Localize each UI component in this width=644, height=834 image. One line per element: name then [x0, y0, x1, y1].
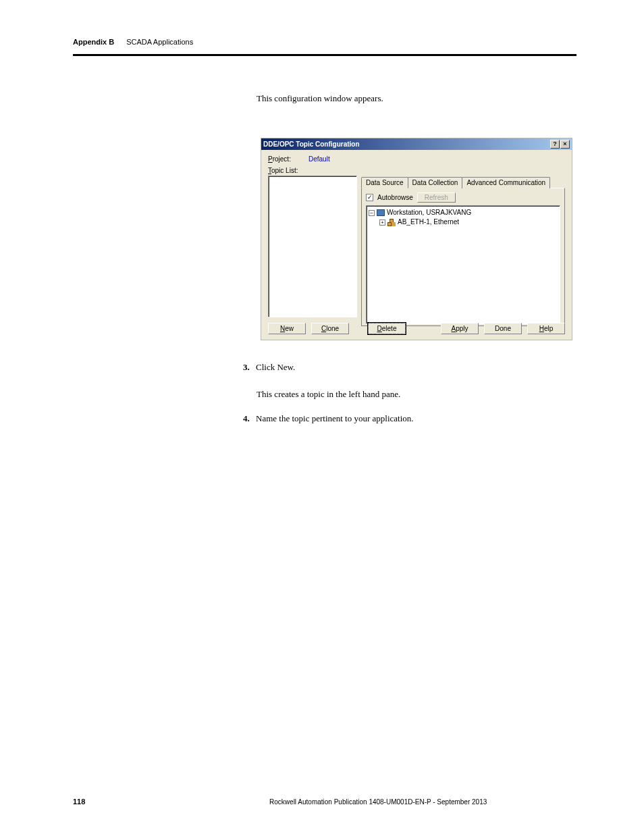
appendix-title: SCADA Applications [126, 38, 193, 46]
device-tree[interactable]: − Workstation, USRAJKVANG + AB_ETH-1, Et… [366, 205, 560, 324]
intro-text: This configuration window appears. [257, 93, 383, 104]
tab-strip: Data Source Data Collection Advanced Com… [361, 177, 565, 188]
step-4-text: Name the topic pertinent to your applica… [256, 413, 414, 423]
header-rule [73, 54, 576, 56]
network-icon [387, 219, 396, 226]
workstation-label: Workstation, USRAJKVANG [387, 208, 471, 217]
publication-line: Rockwell Automation Publication 1408-UM0… [180, 798, 576, 806]
step-3: 3. Click New. [243, 362, 295, 373]
tab-advanced-communication[interactable]: Advanced Communication [462, 177, 550, 188]
expand-icon[interactable]: + [379, 219, 385, 226]
step-4: 4. Name the topic pertinent to your appl… [243, 413, 414, 424]
collapse-icon[interactable]: − [369, 210, 375, 216]
clone-button[interactable]: Clone [311, 323, 349, 334]
autobrowse-checkbox[interactable]: ✓ [366, 194, 373, 201]
dialog-titlebar: DDE/OPC Topic Configuration ? × [261, 138, 572, 150]
project-label: Project: [268, 155, 308, 163]
topic-list[interactable] [268, 176, 357, 317]
dde-opc-config-dialog: DDE/OPC Topic Configuration ? × Project:… [261, 138, 572, 340]
project-value: Default [308, 155, 330, 163]
appendix-label: Appendix B [73, 38, 114, 46]
help-icon[interactable]: ? [550, 140, 560, 149]
page-footer: 118 Rockwell Automation Publication 1408… [73, 798, 576, 806]
dialog-button-row: New Clone Delete Apply Done Help [268, 323, 565, 334]
done-button[interactable]: Done [484, 323, 522, 334]
page-number: 118 [73, 798, 85, 806]
tree-ethernet-node[interactable]: + AB_ETH-1, Ethernet [379, 217, 558, 227]
apply-button[interactable]: Apply [441, 323, 479, 334]
close-icon[interactable]: × [560, 140, 570, 149]
workstation-icon [377, 209, 385, 216]
topic-list-label: Topic List: [268, 167, 308, 174]
help-button[interactable]: Help [527, 323, 565, 334]
ethernet-label: AB_ETH-1, Ethernet [398, 217, 459, 227]
step-3-sub: This creates a topic in the left hand pa… [257, 389, 400, 400]
new-button[interactable]: New [268, 323, 306, 334]
autobrowse-label: Autobrowse [377, 194, 413, 201]
refresh-button: Refresh [417, 192, 456, 203]
tree-workstation-node[interactable]: − Workstation, USRAJKVANG [369, 208, 558, 217]
page-header: Appendix B SCADA Applications [73, 38, 576, 46]
delete-button[interactable]: Delete [368, 323, 406, 334]
tab-body: ✓ Autobrowse Refresh − Workstation, USRA… [361, 188, 565, 326]
step-3-num: 3. [243, 362, 250, 372]
tab-data-collection[interactable]: Data Collection [408, 177, 463, 188]
step-3-text: Click New. [256, 362, 295, 372]
tab-data-source[interactable]: Data Source [361, 177, 408, 188]
step-4-num: 4. [243, 413, 250, 423]
dialog-title: DDE/OPC Topic Configuration [263, 140, 360, 148]
